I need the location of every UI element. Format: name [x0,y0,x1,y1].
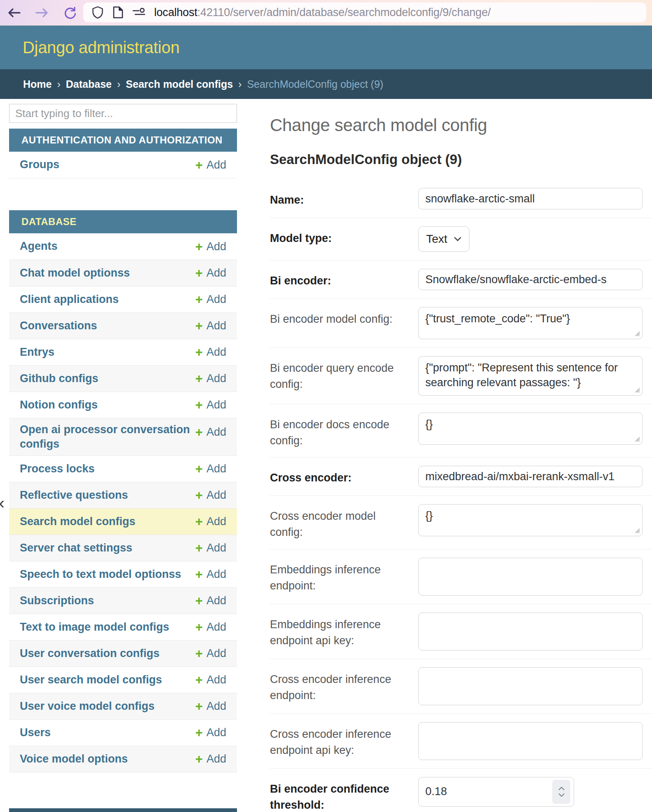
url-bar[interactable]: localhost:42110/server/admin/database/se… [83,2,646,22]
refresh-button[interactable] [63,7,77,18]
text-input[interactable] [418,558,643,596]
json-textarea[interactable] [418,504,643,536]
add-link[interactable]: +Add [195,753,226,765]
add-link[interactable]: +Add [195,159,226,171]
sidebar-filter-input[interactable] [9,104,237,123]
textarea-wrap [418,504,643,536]
sidebar-item[interactable]: Groups [20,157,59,172]
number-spinner[interactable] [552,780,570,804]
sidebar-item[interactable]: User voice model configs [20,699,155,713]
sidebar-row: Users+Add [9,719,237,746]
form-row: Bi encoder docs encode config: [270,404,652,458]
resize-handle-icon[interactable] [633,526,640,533]
add-link[interactable]: +Add [195,372,226,385]
sidebar-item[interactable]: Github configs [20,371,98,386]
sidebar-item[interactable]: Entrys [20,345,54,359]
plus-icon: + [195,159,203,171]
sidebar-item[interactable]: Notion configs [20,398,98,412]
add-link[interactable]: +Add [195,346,226,359]
add-label: Add [206,568,226,581]
breadcrumb-link[interactable]: Home [23,78,52,90]
sidebar-item[interactable]: Agents [20,239,58,253]
add-link[interactable]: +Add [195,426,226,439]
sidebar-item[interactable]: Speech to text model optionss [20,567,181,582]
add-link[interactable]: +Add [195,515,226,528]
forward-button[interactable] [35,7,49,18]
add-link[interactable]: +Add [195,542,226,554]
form-row: Cross encoder model config: [270,496,652,549]
form-row: Cross encoder inference endpoint api key… [270,714,652,769]
add-link[interactable]: +Add [195,568,226,581]
text-input[interactable] [418,188,643,209]
sidebar-item[interactable]: Search model configs [20,514,136,529]
breadcrumb-link[interactable]: Database [66,78,112,90]
sidebar-collapse-toggle[interactable]: « [0,494,5,512]
add-label: Add [206,319,226,332]
site-title[interactable]: Django administration [23,38,180,57]
add-link[interactable]: +Add [195,489,226,502]
sidebar-item[interactable]: Server chat settingss [20,541,132,555]
text-input[interactable] [418,269,643,290]
add-link[interactable]: +Add [195,674,226,686]
field-label: Cross encoder: [270,466,418,487]
text-input[interactable] [418,466,643,487]
sidebar-item[interactable]: Open ai processor conversation configs [20,422,190,451]
text-input[interactable] [418,667,643,705]
text-input[interactable] [418,613,643,650]
add-link[interactable]: +Add [195,399,226,411]
json-textarea[interactable] [418,356,643,396]
json-textarea[interactable] [418,413,643,445]
resize-handle-icon[interactable] [633,329,640,336]
sidebar-row: Server chat settingss+Add [9,535,237,561]
sidebar-item[interactable]: Users [20,725,51,740]
sidebar-item[interactable]: Subscriptions [20,594,94,608]
add-link[interactable]: +Add [195,267,226,279]
breadcrumb-link[interactable]: Search model configs [126,78,233,90]
add-link[interactable]: +Add [195,594,226,607]
add-link[interactable]: +Add [195,700,226,713]
sidebar-item[interactable]: User conversation configs [20,646,159,661]
add-link[interactable]: +Add [195,462,226,475]
add-link[interactable]: +Add [195,647,226,660]
add-link[interactable]: +Add [195,621,226,634]
breadcrumb: Home›Database›Search model configs›Searc… [0,69,652,99]
module-caption[interactable]: DATABASE [9,210,237,233]
sidebar-row: Speech to text model optionss+Add [9,561,237,587]
add-link[interactable]: +Add [195,240,226,253]
back-button[interactable] [7,7,21,18]
sidebar-item[interactable]: User search model configs [20,673,162,687]
form-row: Bi encoder: [270,260,652,299]
nav-sidebar: AUTHENTICATION AND AUTHORIZATIONGroups+A… [9,104,237,812]
form-row: Bi encoder confidence threshold: [270,769,652,812]
module-caption[interactable]: AUTHENTICATION AND AUTHORIZATION [9,129,237,152]
plus-icon: + [195,346,203,359]
sidebar-item[interactable]: Client applications [20,292,119,307]
add-link[interactable]: +Add [195,319,226,332]
sidebar-item[interactable]: Text to image model configs [20,620,169,634]
shield-icon[interactable] [91,6,104,19]
sidebar-item[interactable]: Process locks [20,462,95,476]
add-label: Add [206,542,226,554]
sidebar-item[interactable]: Voice model options [20,752,128,766]
field-control [418,777,652,812]
number-input[interactable] [425,785,552,798]
sidebar-row: Voice model options+Add [9,746,237,772]
sidebar-item[interactable]: Conversations [20,319,97,333]
field-control [418,269,652,290]
sidebar-row [9,772,237,798]
resize-handle-icon[interactable] [633,435,640,442]
sidebar-item[interactable]: Reflective questions [20,488,128,502]
plus-icon: + [195,293,203,306]
text-input[interactable] [418,722,643,760]
page-icon[interactable] [112,6,124,19]
plus-icon: + [195,594,203,607]
sidebar-item[interactable]: Chat model optionss [20,266,130,280]
add-link[interactable]: +Add [195,293,226,306]
resize-handle-icon[interactable] [633,386,640,393]
select[interactable]: Text [418,226,469,252]
add-label: Add [206,515,226,528]
site-permissions-icon[interactable] [132,7,146,17]
add-link[interactable]: +Add [195,726,226,739]
json-textarea[interactable] [418,307,643,339]
form-row: Bi encoder query encode config: [270,348,652,404]
